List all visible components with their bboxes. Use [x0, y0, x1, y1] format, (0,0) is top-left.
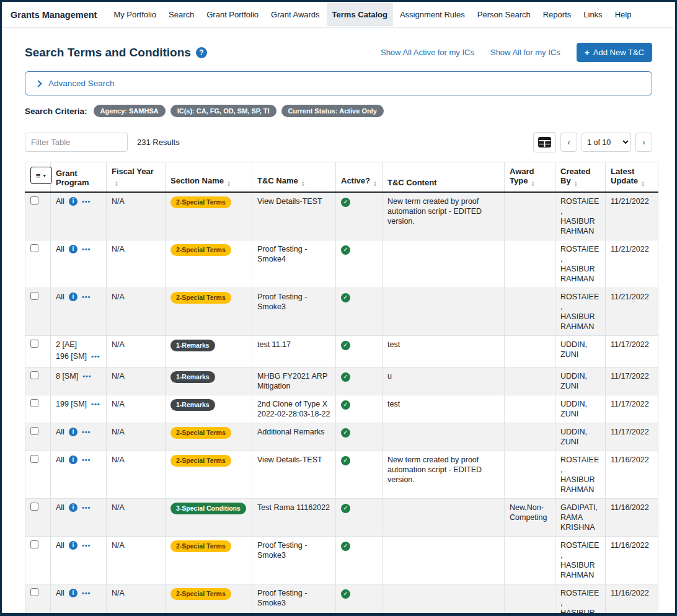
row-checkbox[interactable]: [30, 371, 38, 379]
column-header-created-by[interactable]: Created By▲▼: [555, 162, 606, 193]
award-type-cell: [505, 192, 555, 240]
created-by-cell: ROSTAIEE, HASIBURRAHMAN: [555, 451, 606, 499]
award-type-cell: [505, 336, 555, 367]
section-name-cell: 2-Special Terms: [166, 423, 252, 451]
column-header-fiscal-year[interactable]: Fiscal Year▲▼: [107, 162, 166, 193]
previous-page-button[interactable]: ‹: [560, 133, 577, 152]
nav-item-grant-portfolio[interactable]: Grant Portfolio: [201, 3, 264, 26]
active-check-icon: ✓: [341, 198, 350, 207]
info-icon[interactable]: i: [69, 589, 77, 597]
grant-program-cell: Alli•••: [51, 584, 107, 616]
page-select[interactable]: 1 of 10: [582, 133, 631, 152]
advanced-search-panel[interactable]: Advanced Search: [25, 71, 652, 95]
row-actions-ellipsis-icon[interactable]: •••: [82, 245, 91, 253]
fiscal-year-cell: N/A: [107, 192, 166, 240]
row-actions-ellipsis-icon[interactable]: •••: [82, 197, 91, 206]
sort-icon[interactable]: ▲▼: [531, 181, 534, 187]
column-header-active-[interactable]: Active?▲▼: [336, 162, 383, 193]
fiscal-year-cell: N/A: [107, 367, 166, 395]
created-by-cell: ROSTAIEE, HASIBURRAHMAN: [555, 584, 606, 616]
show-all-active-link[interactable]: Show All Active for my ICs: [381, 48, 474, 57]
row-checkbox[interactable]: [30, 540, 38, 548]
row-actions-ellipsis-icon[interactable]: •••: [82, 503, 91, 512]
nav-item-links[interactable]: Links: [578, 3, 608, 26]
table-menu-button[interactable]: ≡▼: [30, 167, 52, 184]
grant-program-cell: 8 [SM]•••: [51, 367, 107, 395]
info-icon[interactable]: i: [69, 293, 77, 301]
section-name-cell: 2-Special Terms: [166, 288, 252, 336]
row-checkbox[interactable]: [30, 455, 38, 463]
nav-item-search[interactable]: Search: [163, 3, 200, 26]
filter-table-input[interactable]: [25, 133, 128, 152]
nav-item-reports[interactable]: Reports: [538, 3, 577, 26]
active-cell: ✓: [336, 336, 383, 367]
table-view-button[interactable]: [533, 132, 556, 152]
created-by-cell: GADIPATI, RAMA KRISHNA: [555, 499, 606, 537]
info-icon[interactable]: i: [69, 455, 77, 464]
row-checkbox[interactable]: [30, 427, 38, 435]
nav-item-person-search[interactable]: Person Search: [472, 3, 536, 26]
column-header-latest-update[interactable]: Latest Update▲▼: [606, 162, 658, 193]
row-actions-ellipsis-icon[interactable]: •••: [82, 428, 91, 436]
created-by-cell: UDDIN, ZUNI: [555, 336, 606, 367]
row-actions-ellipsis-icon[interactable]: •••: [82, 541, 91, 550]
sort-icon[interactable]: ▲▼: [115, 181, 118, 187]
row-actions-ellipsis-icon[interactable]: •••: [82, 455, 91, 464]
active-check-icon: ✓: [341, 245, 350, 255]
fiscal-year-cell: N/A: [107, 336, 166, 367]
fiscal-year-cell: N/A: [107, 451, 166, 499]
row-actions-ellipsis-icon[interactable]: •••: [91, 400, 100, 408]
row-checkbox[interactable]: [30, 196, 38, 205]
sort-icon[interactable]: ▲▼: [301, 181, 305, 187]
column-header-t-c-name[interactable]: T&C Name▲▼: [252, 162, 336, 193]
row-checkbox[interactable]: [30, 399, 38, 407]
created-by-cell: ROSTAIEE, HASIBURRAHMAN: [555, 288, 606, 336]
award-type-cell: [505, 451, 555, 499]
row-checkbox[interactable]: [30, 340, 38, 348]
add-new-tc-button[interactable]: + Add New T&C: [577, 43, 652, 62]
active-check-icon: ✓: [341, 504, 350, 513]
sort-icon[interactable]: ▲▼: [227, 181, 231, 187]
sort-icon[interactable]: ▲▼: [641, 181, 645, 187]
checkbox-cell: [25, 288, 51, 336]
nav-item-my-portfolio[interactable]: My Portfolio: [108, 3, 162, 26]
help-icon[interactable]: ?: [196, 47, 207, 58]
row-checkbox[interactable]: [30, 503, 38, 511]
column-header-t-c-content: T&C Content: [383, 162, 505, 193]
active-cell: ✓: [336, 584, 383, 616]
table-body: Alli••• N/A 2-Special Terms View Details…: [25, 192, 658, 616]
info-icon[interactable]: i: [69, 503, 77, 512]
row-checkbox[interactable]: [30, 292, 38, 300]
info-icon[interactable]: i: [69, 428, 77, 436]
criteria-badge-agency: Agency: SAMHSA: [94, 105, 166, 117]
row-actions-ellipsis-icon[interactable]: •••: [91, 352, 100, 361]
row-checkbox[interactable]: [30, 588, 38, 596]
nav-item-terms-catalog[interactable]: Terms Catalog: [327, 3, 393, 26]
row-actions-ellipsis-icon[interactable]: •••: [82, 293, 91, 301]
show-all-link[interactable]: Show All for my ICs: [490, 48, 560, 57]
column-header-section-name[interactable]: Section Name▲▼: [166, 162, 252, 193]
section-badge: 1-Remarks: [170, 399, 215, 411]
next-page-button[interactable]: ›: [635, 133, 652, 152]
advanced-search-label: Advanced Search: [48, 79, 115, 88]
nav-item-help[interactable]: Help: [609, 3, 637, 26]
sort-icon[interactable]: ▲▼: [373, 181, 377, 187]
row-actions-ellipsis-icon[interactable]: •••: [82, 372, 92, 381]
nav-item-grant-awards[interactable]: Grant Awards: [265, 3, 325, 26]
nav-item-assignment-rules[interactable]: Assignment Rules: [394, 3, 471, 26]
tc-name-cell: Proof Testing - Smoke3: [252, 537, 336, 584]
sort-icon[interactable]: ▲▼: [574, 181, 578, 187]
info-icon[interactable]: i: [69, 197, 77, 206]
fiscal-year-cell: N/A: [107, 395, 166, 423]
row-actions-ellipsis-icon[interactable]: •••: [82, 589, 91, 597]
active-check-icon: ✓: [341, 589, 350, 599]
info-icon[interactable]: i: [69, 541, 77, 550]
created-by-cell: UDDIN, ZUNI: [555, 367, 606, 395]
award-type-cell: New,Non-Competing: [505, 499, 555, 537]
table-row: Alli••• N/A 2-Special Terms Proof Testin…: [25, 288, 658, 336]
info-icon[interactable]: i: [69, 245, 77, 253]
column-header-award-type[interactable]: Award Type▲▼: [505, 162, 555, 193]
caret-down-icon: ▼: [42, 174, 46, 178]
results-count: 231 Results: [137, 138, 180, 147]
row-checkbox[interactable]: [30, 244, 38, 252]
